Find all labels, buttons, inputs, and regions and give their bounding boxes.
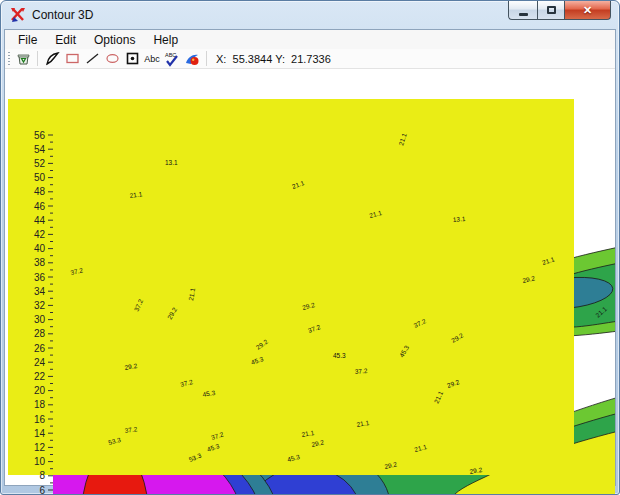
lasso-icon[interactable]	[42, 50, 62, 68]
contour-plot-region: 13.121.113.121.121.121.137.237.229.229.2…	[8, 99, 612, 477]
y-tick-label: 26	[34, 343, 46, 354]
menu-file[interactable]: File	[9, 31, 46, 49]
y-tick-label: 22	[34, 371, 46, 382]
toolbar: Abc ABC X: 55.3844 Y: 21.7336	[5, 49, 615, 69]
render-3d-icon[interactable]	[182, 50, 202, 68]
minimize-button[interactable]	[508, 1, 537, 20]
text-tool-label: Abc	[144, 54, 160, 64]
spellcheck-abc-text: ABC	[165, 52, 176, 58]
client-area: File Edit Options Help	[4, 29, 616, 486]
minimize-icon	[519, 13, 528, 16]
y-tick-label: 10	[34, 456, 46, 467]
field-background	[8, 99, 574, 475]
y-tick-label: 54	[34, 144, 46, 155]
y-tick-label: 44	[34, 215, 46, 226]
toolbar-gripper[interactable]	[8, 52, 10, 66]
y-tick-label: 16	[34, 414, 46, 425]
menu-edit[interactable]: Edit	[46, 31, 85, 49]
contour-label: 13.1	[165, 159, 178, 166]
contour-label: 37.2	[354, 367, 368, 375]
y-tick-label: 12	[34, 442, 46, 453]
line-tool-icon[interactable]	[82, 50, 102, 68]
contour-label: 13.1	[452, 215, 466, 223]
y-tick-label: 32	[34, 300, 46, 311]
y-tick-label: 48	[34, 186, 46, 197]
menubar: File Edit Options Help	[5, 30, 615, 49]
y-tick-label: 18	[34, 399, 46, 410]
y-tick-label: 20	[34, 385, 46, 396]
contour-label: 45.3	[333, 352, 346, 359]
toolbar-separator	[37, 51, 38, 66]
y-tick-label: 42	[34, 229, 46, 240]
spellcheck-icon[interactable]: ABC	[162, 50, 182, 68]
y-tick-label: 14	[34, 428, 46, 439]
maximize-icon	[547, 6, 556, 14]
menu-help[interactable]: Help	[144, 31, 187, 49]
contour-plot-canvas[interactable]: 13.121.113.121.121.121.137.237.229.229.2…	[8, 99, 620, 495]
app-window: Contour 3D ✕ File Edit Options Help	[0, 0, 620, 495]
text-tool-icon[interactable]: Abc	[142, 50, 162, 68]
y-tick-label: 30	[34, 314, 46, 325]
y-tick-label: 46	[34, 201, 46, 212]
point-tool-icon[interactable]	[122, 50, 142, 68]
y-tick-label: 8	[39, 470, 45, 481]
recycle-bin-icon[interactable]	[13, 50, 33, 68]
close-button[interactable]: ✕	[565, 1, 611, 20]
y-tick-label: 52	[34, 158, 46, 169]
titlebar[interactable]: Contour 3D ✕	[1, 1, 619, 29]
y-tick-label: 36	[34, 272, 46, 283]
y-tick-label: 34	[34, 286, 46, 297]
y-tick-label: 28	[34, 328, 46, 339]
rectangle-tool-icon[interactable]	[62, 50, 82, 68]
menu-options[interactable]: Options	[85, 31, 144, 49]
y-tick-label: 56	[34, 130, 46, 141]
y-tick-label: 40	[34, 243, 46, 254]
maximize-button[interactable]	[537, 1, 565, 20]
coords-y-value: 21.7336	[291, 53, 331, 65]
y-tick-label: 24	[34, 357, 46, 368]
app-icon	[10, 7, 26, 23]
cursor-coordinates: X: 55.3844 Y: 21.7336	[216, 53, 331, 65]
window-title: Contour 3D	[32, 8, 93, 22]
ellipse-tool-icon[interactable]	[102, 50, 122, 68]
toolbar-separator	[206, 51, 207, 66]
y-tick-label: 50	[34, 172, 46, 183]
coords-x-value: 55.3844	[233, 53, 273, 65]
coords-x-label: X:	[216, 53, 226, 65]
close-icon: ✕	[583, 4, 592, 17]
y-tick-label: 6	[39, 485, 45, 495]
coords-y-label: Y:	[275, 53, 285, 65]
y-tick-label: 38	[34, 257, 46, 268]
